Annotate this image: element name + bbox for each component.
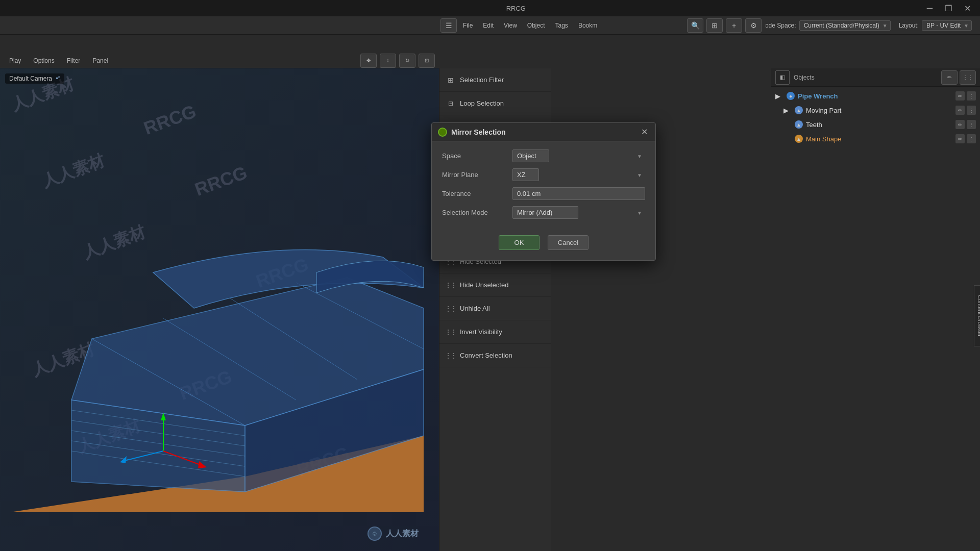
selection-mode-label: Selection Mode	[442, 209, 508, 216]
sidebar-item-convert-selection[interactable]: ⋮⋮ Convert Selection	[439, 344, 551, 367]
dialog-close-button[interactable]: ✕	[639, 127, 649, 137]
pipe-wrench-label: Pipe Wrench	[798, 92, 952, 100]
expand-icon: ▶	[775, 92, 783, 100]
hide-unselected-label: Hide Unselected	[460, 281, 508, 289]
unhide-all-icon: ⋮⋮	[446, 304, 456, 314]
edit-menu[interactable]: Edit	[479, 20, 498, 31]
panel-menu[interactable]: Panel	[87, 56, 113, 66]
mirror-selection-dialog: Mirror Selection ✕ Space Object World Lo…	[431, 122, 656, 261]
maximize-button[interactable]: ❐	[942, 3, 955, 14]
sidebar-item-selection-filter[interactable]: ⊞ Selection Filter	[439, 68, 551, 92]
layout-select[interactable]: BP - UV Edit	[922, 20, 972, 31]
tags-menu[interactable]: Tags	[551, 20, 572, 31]
viewport-icon-3[interactable]: ↻	[399, 54, 415, 68]
file-menu[interactable]: File	[459, 20, 477, 31]
viewport-icon-4[interactable]: ⊡	[419, 54, 435, 68]
tolerance-input[interactable]	[512, 187, 645, 200]
invert-visibility-icon: ⋮⋮	[446, 327, 456, 337]
settings-icon-btn[interactable]: ⚙	[745, 18, 762, 33]
close-button[interactable]: ✕	[961, 3, 974, 14]
rp-icon-1[interactable]: ✏	[941, 70, 958, 85]
secondary-menu: Play Options Filter Panel ✥ ↕ ↻ ⊡	[0, 53, 439, 68]
loop-selection-label: Loop Selection	[460, 99, 504, 107]
content-browser-tab[interactable]: Content Browser	[974, 285, 980, 346]
space-select[interactable]: Object World Local	[512, 149, 549, 162]
convert-selection-icon: ⋮⋮	[446, 350, 456, 361]
menu-btn-pipe-wrench[interactable]: ⋮	[967, 91, 976, 101]
unhide-all-label: Unhide All	[460, 305, 490, 312]
right-panel-tabs: ◧ Objects ✏ ⋮⋮	[771, 68, 980, 87]
objects-expand-icon[interactable]: ◧	[775, 70, 790, 85]
sidebar-item-hide-unselected[interactable]: ⋮⋮ Hide Unselected	[439, 273, 551, 297]
teeth-label: Teeth	[806, 121, 952, 129]
3d-object-svg	[0, 94, 439, 551]
tolerance-label: Tolerance	[442, 190, 508, 197]
minimize-button[interactable]: ─	[924, 3, 936, 14]
add-icon-btn[interactable]: +	[726, 18, 742, 33]
viewport-icon-2[interactable]: ↕	[380, 54, 396, 68]
options-menu[interactable]: Options	[28, 56, 59, 66]
object-item-pipe-wrench[interactable]: ▶ ● Pipe Wrench ✏ ⋮	[771, 89, 980, 103]
layout-select-wrap: BP - UV Edit	[922, 20, 972, 31]
object-menu[interactable]: Object	[523, 20, 549, 31]
dialog-title-text: Mirror Selection	[451, 128, 635, 136]
moving-part-label: Moving Part	[806, 107, 952, 114]
expand-icon-mp: ▶	[783, 107, 792, 114]
edit-btn-pipe-wrench[interactable]: ✏	[955, 91, 965, 101]
view-menu[interactable]: View	[500, 20, 521, 31]
sidebar-item-invert-visibility[interactable]: ⋮⋮ Invert Visibility	[439, 320, 551, 344]
menu-btn-teeth[interactable]: ⋮	[967, 120, 976, 129]
main-shape-label: Main Shape	[806, 135, 952, 143]
objects-label: Objects	[794, 74, 815, 81]
sidebar-item-unhide-all[interactable]: ⋮⋮ Unhide All	[439, 297, 551, 320]
ok-button[interactable]: OK	[499, 235, 540, 250]
loop-selection-icon: ⊟	[446, 98, 456, 109]
nodespace-select[interactable]: Current (Standard/Physical)	[799, 20, 891, 31]
sidebar-item-loop-selection[interactable]: ⊟ Loop Selection	[439, 92, 551, 115]
search-icon-btn[interactable]: 🔍	[687, 18, 703, 33]
edit-btn-moving-part[interactable]: ✏	[955, 106, 965, 115]
camera-mode-icon: •°	[56, 75, 60, 82]
cancel-button[interactable]: Cancel	[548, 235, 589, 250]
main-shape-icon: ▲	[795, 135, 803, 143]
play-menu[interactable]: Play	[4, 56, 26, 66]
main-menubar: ☰ File Edit View Object Tags Bookm 🔍 ⊞ +…	[436, 16, 766, 35]
dialog-title-icon	[438, 128, 447, 137]
invert-visibility-label: Invert Visibility	[460, 328, 502, 336]
object-item-teeth[interactable]: ▲ Teeth ✏ ⋮	[771, 117, 980, 132]
edit-btn-teeth[interactable]: ✏	[955, 120, 965, 129]
selection-mode-row: Selection Mode Mirror (Add) Mirror (Repl…	[442, 206, 645, 219]
viewport-icon-1[interactable]: ✥	[360, 54, 377, 68]
object-item-moving-part[interactable]: ▶ ▲ Moving Part ✏ ⋮	[771, 103, 980, 117]
convert-selection-label: Convert Selection	[460, 352, 512, 359]
menu-btn-moving-part[interactable]: ⋮	[967, 106, 976, 115]
nodespace-item: Node Space: Current (Standard/Physical)	[761, 20, 890, 31]
nodespace-label: Node Space:	[761, 22, 796, 29]
teeth-icon: ▲	[795, 120, 803, 129]
titlebar-controls: ─ ❐ ✕	[924, 3, 974, 14]
layout-label: Layout:	[899, 22, 919, 29]
rp-icon-2[interactable]: ⋮⋮	[960, 70, 976, 85]
moving-part-icon: ▲	[795, 106, 803, 114]
filter-icon-btn[interactable]: ⊞	[706, 18, 723, 33]
camera-label: Default Camera •°	[5, 73, 64, 84]
selection-mode-select[interactable]: Mirror (Add) Mirror (Replace) Mirror (Re…	[512, 206, 578, 219]
mirror-plane-label: Mirror Plane	[442, 171, 508, 179]
nodespace-select-wrap: Current (Standard/Physical)	[799, 20, 891, 31]
titlebar: RRCG ─ ❐ ✕	[0, 0, 980, 16]
space-select-wrap: Object World Local	[512, 149, 645, 162]
viewport[interactable]: 人人素材 RRCG 人人素材 RRCG 人人素材 RRCG 人人素材 RRCG …	[0, 68, 439, 551]
menu-btn-main-shape[interactable]: ⋮	[967, 134, 976, 143]
mirror-plane-select[interactable]: XZ XY YZ	[512, 168, 539, 181]
dialog-buttons: OK Cancel	[442, 229, 645, 252]
copyright-watermark: © 人人素材	[368, 527, 419, 541]
selection-mode-select-wrap: Mirror (Add) Mirror (Replace) Mirror (Re…	[512, 206, 645, 219]
filter-menu[interactable]: Filter	[62, 56, 86, 66]
mirror-plane-select-wrap: XZ XY YZ	[512, 168, 645, 181]
menu-icon-btn[interactable]: ☰	[440, 18, 457, 33]
object-item-main-shape[interactable]: ▲ Main Shape ✏ ⋮	[771, 132, 980, 146]
hide-unselected-icon: ⋮⋮	[446, 280, 456, 290]
edit-btn-main-shape[interactable]: ✏	[955, 134, 965, 143]
bookm-menu[interactable]: Bookm	[574, 20, 601, 31]
selection-filter-icon: ⊞	[446, 75, 456, 85]
